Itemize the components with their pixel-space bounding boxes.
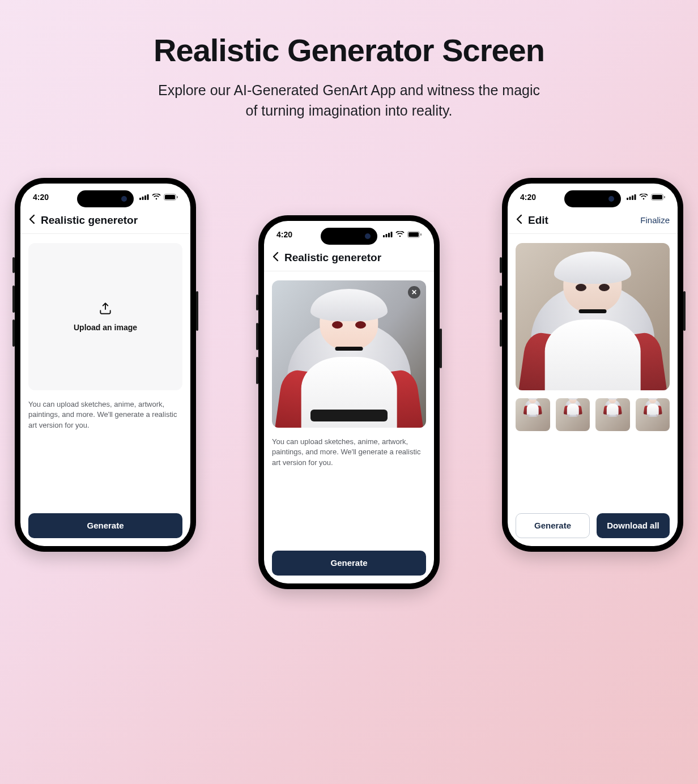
signal-icon <box>627 194 636 200</box>
signal-icon <box>383 231 393 237</box>
result-image[interactable] <box>516 243 670 390</box>
status-time: 4:20 <box>520 193 536 202</box>
svg-rect-5 <box>165 195 175 199</box>
upload-icon <box>98 301 113 316</box>
battery-icon <box>651 194 665 201</box>
svg-rect-7 <box>383 235 385 237</box>
status-time: 4:20 <box>276 230 292 239</box>
generate-button[interactable]: Generate <box>516 513 590 538</box>
subtitle-line-2: of turning imagination into reality. <box>245 103 452 118</box>
svg-rect-20 <box>664 196 665 198</box>
result-thumbnail[interactable] <box>636 398 670 431</box>
svg-rect-2 <box>144 195 146 200</box>
svg-rect-3 <box>147 194 149 200</box>
screen-title: Realistic generetor <box>284 252 381 264</box>
volume-button-icon <box>256 323 258 350</box>
close-icon: ✕ <box>411 288 417 296</box>
generate-button[interactable]: Generate <box>272 551 426 576</box>
download-all-button[interactable]: Download all <box>597 513 670 538</box>
upload-label: Upload an image <box>74 323 137 332</box>
svg-rect-19 <box>652 195 662 199</box>
screen-header: Realistic generetor <box>20 211 190 234</box>
wifi-icon <box>395 231 405 237</box>
volume-button-icon <box>256 295 258 310</box>
svg-rect-8 <box>386 234 388 237</box>
finalize-button[interactable]: Finalize <box>640 215 670 225</box>
screen-title: Edit <box>528 214 548 227</box>
svg-rect-17 <box>635 194 636 200</box>
help-text: You can upload sketches, anime, artwork,… <box>28 399 182 432</box>
volume-button-icon <box>12 319 15 347</box>
page-subtitle: Explore our AI-Generated GenArt App and … <box>0 80 698 121</box>
wifi-icon <box>152 194 161 200</box>
subtitle-line-1: Explore our AI-Generated GenArt App and … <box>158 82 540 98</box>
volume-button-icon <box>12 257 15 273</box>
power-button-icon <box>683 291 686 331</box>
screen-header: Edit Finalize <box>508 211 678 234</box>
back-icon[interactable] <box>272 252 279 264</box>
svg-rect-6 <box>177 196 178 198</box>
result-thumbnail[interactable] <box>556 398 590 431</box>
dynamic-island-icon <box>564 190 621 207</box>
volume-button-icon <box>500 319 502 347</box>
screen-title: Realistic generetor <box>41 214 138 227</box>
generate-button[interactable]: Generate <box>28 513 182 538</box>
back-icon[interactable] <box>28 214 35 227</box>
svg-rect-10 <box>391 232 393 237</box>
power-button-icon <box>440 329 442 368</box>
volume-button-icon <box>12 286 15 313</box>
svg-rect-12 <box>408 232 419 237</box>
upload-dropzone[interactable]: Upload an image <box>28 243 182 390</box>
phone-mockup-2: 4:20 Realistic generetor <box>258 215 440 589</box>
result-thumbnail[interactable] <box>595 398 630 431</box>
back-icon[interactable] <box>516 214 522 227</box>
volume-button-icon <box>500 257 502 273</box>
volume-button-icon <box>500 286 502 313</box>
svg-rect-13 <box>420 233 422 236</box>
page-title: Realistic Generator Screen <box>0 32 698 69</box>
result-thumbnail[interactable] <box>516 398 550 431</box>
status-time: 4:20 <box>33 193 49 202</box>
battery-icon <box>407 231 422 238</box>
result-thumbnails <box>516 398 670 431</box>
dynamic-island-icon <box>77 190 134 207</box>
svg-rect-1 <box>142 197 144 200</box>
svg-rect-14 <box>627 198 628 200</box>
uploaded-image-preview[interactable]: ✕ <box>272 280 426 428</box>
svg-rect-16 <box>632 195 633 200</box>
screen-header: Realistic generetor <box>264 248 434 271</box>
volume-button-icon <box>256 357 258 384</box>
dynamic-island-icon <box>321 228 377 245</box>
help-text: You can upload sketches, anime, artwork,… <box>272 437 426 469</box>
remove-image-button[interactable]: ✕ <box>408 286 420 299</box>
signal-icon <box>139 194 149 200</box>
power-button-icon <box>196 291 198 331</box>
wifi-icon <box>639 194 648 200</box>
battery-icon <box>164 194 178 201</box>
phone-mockup-3: 4:20 Edit Finalize <box>502 178 683 552</box>
svg-rect-9 <box>388 233 390 237</box>
svg-rect-0 <box>139 198 141 200</box>
phone-mockup-1: 4:20 Realistic generetor U <box>15 178 196 552</box>
svg-rect-15 <box>629 197 631 200</box>
